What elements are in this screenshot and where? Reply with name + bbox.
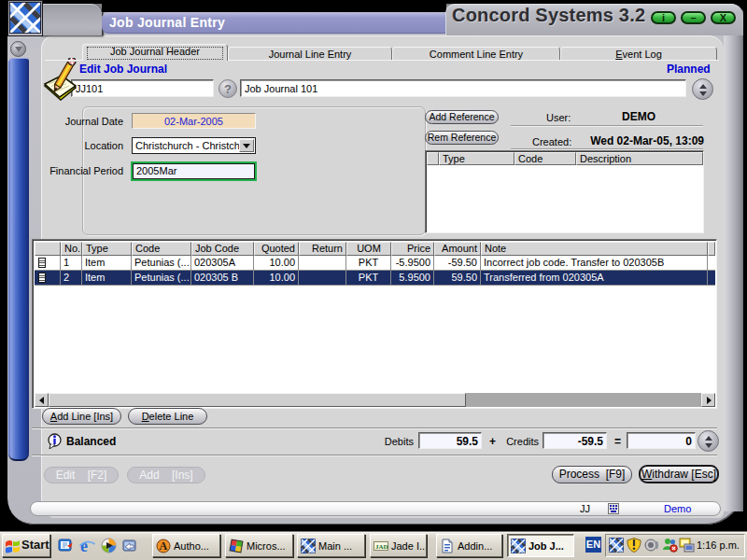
svg-text:e: e — [80, 538, 88, 553]
svg-text:JADE: JADE — [375, 543, 388, 551]
svg-text:A: A — [160, 539, 168, 553]
